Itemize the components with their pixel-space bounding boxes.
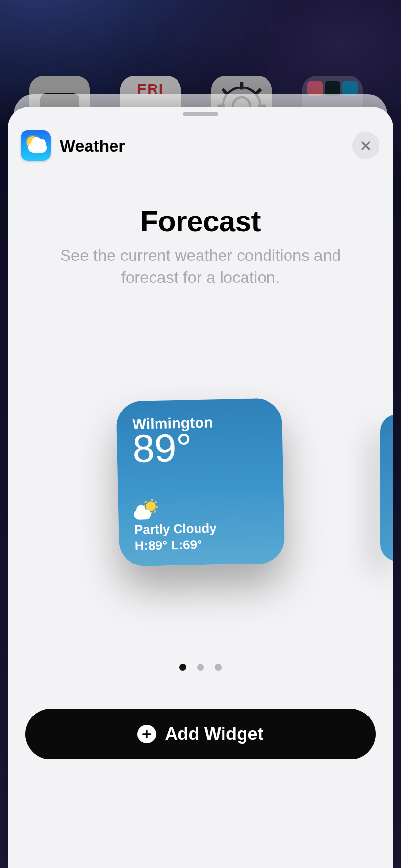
widget-temperature: 89° [133,428,268,468]
page-dot-2[interactable] [197,664,204,671]
page-subtitle: See the current weather conditions and f… [31,245,370,288]
page-dots[interactable] [8,664,393,671]
sheet-grabber[interactable] [183,112,218,116]
page-dot-3[interactable] [215,664,222,671]
weather-widget-preview-small[interactable]: Wilmington 89° Partly Cloudy H:89° L:69° [116,398,285,566]
next-widget-peek[interactable] [380,414,393,561]
cloud-icon [28,142,47,153]
sheet-header: Weather [8,126,393,165]
widget-picker-sheet: Weather Forecast See the current weather… [8,107,393,868]
close-icon [360,140,372,152]
close-button[interactable] [352,132,379,159]
widget-size-carousel[interactable]: Wilmington 89° Partly Cloudy H:89° L:69° [8,380,393,634]
page-dot-1[interactable] [179,664,186,671]
app-title: Weather [60,136,125,155]
weather-app-icon [21,130,51,161]
widget-condition: Partly Cloudy [134,520,270,538]
page-title: Forecast [31,204,370,238]
add-widget-label: Add Widget [165,724,264,744]
widget-high-low: H:89° L:69° [134,536,270,554]
add-widget-button[interactable]: Add Widget [25,709,376,760]
partly-cloudy-icon [134,502,156,520]
hero-copy: Forecast See the current weather conditi… [8,204,393,288]
plus-icon [137,725,156,743]
